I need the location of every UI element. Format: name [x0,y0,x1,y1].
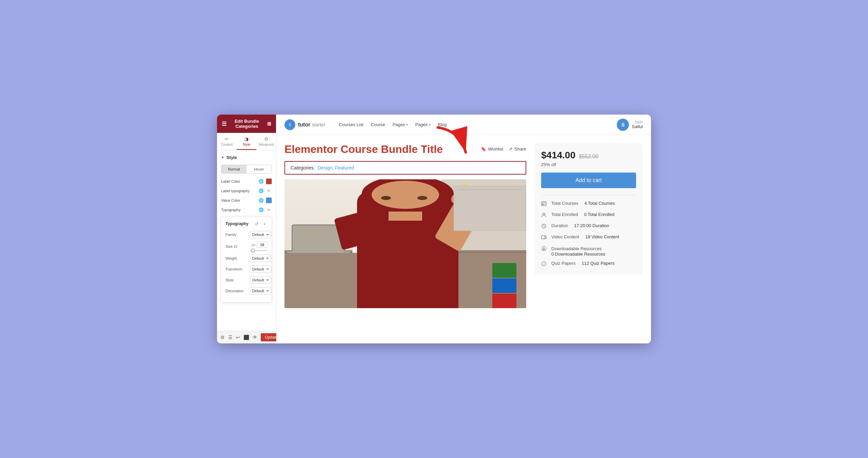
tab-content[interactable]: ✏ Content [217,133,237,150]
font-transform-select[interactable]: Default [250,265,271,273]
kitchen-cabinet [454,186,526,231]
left-panel: ☰ Edit Bundle Categories ⊞ ✏ Content ◑ S… [217,115,276,343]
size-slider-track[interactable] [250,250,268,251]
duration-value: 17:20:00 Duration [574,223,609,228]
total-courses-label: Total Courses [551,201,578,206]
user-greeting: Hello [632,120,643,124]
svg-text:?: ? [543,263,545,266]
hover-toggle-btn[interactable]: Hover [246,165,272,173]
style-header: ▼ Style [221,155,272,160]
layers-icon[interactable]: ☰ [228,334,233,341]
panel-title: Edit Bundle Categories [226,119,267,129]
meta-quiz-papers: ? Quiz Papers 112 Quiz Papers [541,261,636,268]
nav-links: Courses List Course Pages ▾ Pages ▾ Blog [339,122,447,127]
tab-style-label: Style [243,143,250,146]
shelf-line [458,190,521,190]
typography-reset-icon[interactable]: ↺ [253,221,259,227]
normal-toggle-btn[interactable]: Normal [221,165,246,173]
course-title-row: Elementor Course Bundle Title [284,143,526,156]
user-area: S Hello Saiful [617,119,643,131]
downloadable-value: 0 Downloadable Resources [551,252,605,257]
categories-links[interactable]: Design, Featured [318,165,354,171]
typography-globe-icon[interactable]: 🌐 [258,207,264,213]
label-typography-row: Label typography 🌐 ✏ [221,188,272,194]
svg-text:t: t [289,122,291,127]
nav-course[interactable]: Course [371,122,385,127]
share-button[interactable]: ↗ Share [509,146,526,152]
style-icon: ◑ [244,136,249,142]
girl-eye-right [417,196,427,200]
hamburger-icon[interactable]: ☰ [222,121,226,127]
logo-text: tutor starter [298,122,326,128]
history-icon[interactable]: ↩ [236,334,240,341]
typography-popup-title: Typography [225,221,249,226]
total-enrolled-label: Total Enrolled [551,212,578,217]
user-name: Hello Saiful [632,120,643,129]
girl-face [372,181,439,209]
bottom-toolbar: ⚙ ☰ ↩ ⬛ 👁 Update ▲ [217,331,276,343]
font-transform-row: Transform Default [225,265,268,273]
video-content-label: Video Content [551,234,579,239]
font-style-row: Style Default [225,276,268,284]
style-heading: Style [226,155,237,160]
add-to-cart-button[interactable]: Add to cart [541,173,636,188]
font-size-label: Size ⊡ [225,244,250,249]
label-color-label: Label Color [221,179,240,183]
laptop-base [287,252,350,253]
value-color-swatch[interactable] [266,197,272,203]
original-price: $552.00 [579,154,598,160]
label-typography-globe-icon[interactable]: 🌐 [258,188,264,194]
downloadable-content: Downloadable Resources 0 Downloadable Re… [551,245,605,257]
size-slider-thumb[interactable] [251,248,255,253]
label-typography-edit-icon[interactable]: ✏ [266,188,272,194]
current-price: $414.00 [541,150,575,161]
quiz-papers-value: 112 Quiz Papers [582,261,615,266]
font-decoration-select[interactable]: Default [250,287,271,295]
font-style-select[interactable]: Default [250,276,271,284]
duration-icon [541,223,548,230]
svg-rect-12 [541,236,545,239]
font-weight-select[interactable]: Default [250,255,271,262]
svg-rect-5 [542,203,544,205]
px-label: px [252,243,255,247]
label-color-controls: 🌐 [258,178,272,184]
nav-blog[interactable]: Blog [438,122,447,127]
categories-label: Categories: [291,165,315,171]
wishlist-button[interactable]: 🔖 Wishlist [481,146,504,152]
course-image: SAVE 25% [284,179,526,308]
preview-icon[interactable]: 👁 [253,334,257,341]
total-enrolled-icon [541,212,548,219]
total-courses-icon [541,201,548,208]
value-color-label: Value Color [221,198,240,202]
collapse-arrow-icon: ▼ [221,156,224,159]
label-typography-controls: 🌐 ✏ [258,188,272,194]
downloadable-icon [541,246,548,253]
settings-icon[interactable]: ⚙ [220,334,225,341]
font-weight-row: Weight Default [225,255,268,262]
video-content-value: 18 Video Content [585,234,619,239]
tab-advanced[interactable]: ⚙ Advanced [256,133,276,150]
value-color-globe-icon[interactable]: 🌐 [258,197,264,203]
quiz-papers-label: Quiz Papers [551,261,576,266]
nav-pages-2[interactable]: Pages ▾ [415,122,431,127]
size-input[interactable] [257,242,268,248]
course-left: Elementor Course Bundle Title [284,143,526,335]
label-color-globe-icon[interactable]: 🌐 [258,178,264,184]
svg-line-11 [544,226,545,227]
logo-area: t tutor starter [284,119,326,130]
tab-style[interactable]: ◑ Style [237,133,256,150]
responsive-icon[interactable]: ⬛ [243,334,249,341]
nav-pages-1[interactable]: Pages ▾ [393,122,408,127]
grid-icon[interactable]: ⊞ [267,121,271,126]
font-family-select[interactable]: Default [250,231,271,238]
size-monitor-icon: ⊡ [234,244,237,249]
font-family-label: Family [225,233,250,237]
font-weight-label: Weight [225,256,250,260]
book-1 [492,263,516,278]
meta-downloadable: Downloadable Resources 0 Downloadable Re… [541,245,636,257]
label-color-swatch[interactable] [266,178,272,184]
nav-courses-list[interactable]: Courses List [339,122,363,127]
typography-edit-icon[interactable]: ✏ [266,207,272,213]
meta-duration: Duration 17:20:00 Duration [541,223,636,230]
typography-add-icon[interactable]: + [261,221,268,227]
